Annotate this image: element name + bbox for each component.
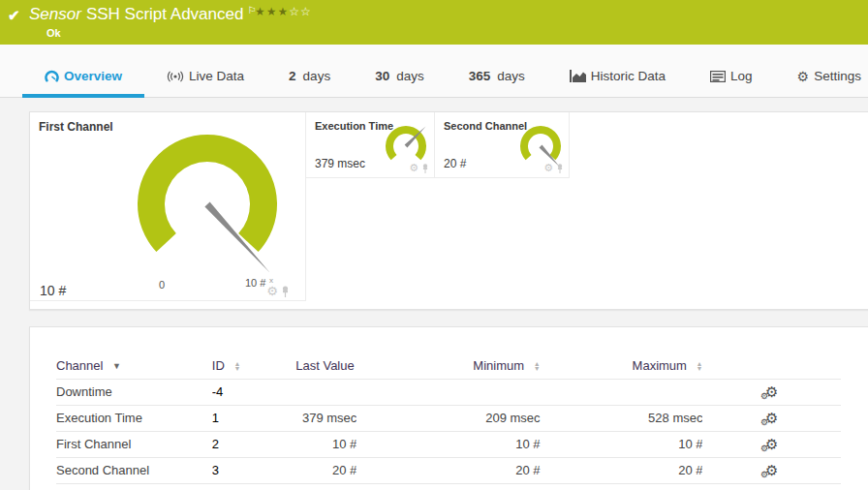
gear-icon[interactable]: ⚙ bbox=[409, 163, 418, 173]
overview-content: First Channel x 0 10 # 10 # ⚙ Execution … bbox=[0, 111, 868, 490]
tab-number: 365 bbox=[469, 69, 491, 83]
tab-number: 2 bbox=[289, 69, 296, 83]
channel-maximum: 20 # bbox=[541, 457, 703, 483]
sensor-status: Ok bbox=[46, 27, 61, 39]
tab-2-days[interactable]: 2 days bbox=[266, 69, 353, 98]
ok-check-icon: ✔ bbox=[8, 7, 20, 24]
priority-stars-empty: ☆☆ bbox=[289, 5, 312, 18]
gauge-value: 20 # bbox=[444, 157, 466, 170]
channel-name: Second Channel bbox=[56, 457, 212, 483]
channel-minimum: 20 # bbox=[356, 457, 540, 483]
column-header-maximum[interactable]: Maximum ▲▼ bbox=[541, 352, 703, 379]
gauge-scale-max: 10 # bbox=[245, 277, 265, 289]
gauge-actions: ⚙ bbox=[543, 163, 564, 173]
gauge-cell-second-channel[interactable]: Second Channel 20 # ⚙ bbox=[435, 112, 570, 178]
channel-minimum bbox=[356, 379, 540, 405]
tab-settings[interactable]: ⚙ Settings bbox=[775, 69, 868, 98]
sort-icon: ▲▼ bbox=[697, 361, 703, 371]
channel-maximum: 10 # bbox=[541, 431, 703, 457]
column-header-actions bbox=[702, 352, 841, 379]
gauge-title: First Channel bbox=[39, 120, 113, 134]
tab-log[interactable]: Log bbox=[688, 69, 775, 98]
table-row-execution-time[interactable]: Execution Time 1 379 msec 209 msec 528 m… bbox=[56, 405, 841, 431]
gauge-value: 379 msec bbox=[315, 157, 365, 170]
tab-label: Live Data bbox=[189, 69, 244, 83]
channel-maximum: 528 msec bbox=[541, 405, 703, 431]
column-header-label: Maximum bbox=[633, 358, 687, 373]
first-channel-gauge: x bbox=[125, 122, 290, 289]
tab-number: 30 bbox=[375, 69, 389, 83]
pin-icon[interactable] bbox=[421, 164, 429, 173]
channel-name: Execution Time bbox=[56, 405, 212, 431]
sort-icon: ▲▼ bbox=[233, 361, 240, 371]
channel-name: First Channel bbox=[56, 431, 212, 457]
table-header-row: Channel ▼ ID ▲▼ Last Value ▲▼ Minimum ▲▼ bbox=[56, 352, 841, 379]
priority-stars[interactable]: ★★★☆☆ bbox=[255, 5, 312, 18]
sensor-title: SensorSSH Script Advanced⚐ bbox=[29, 5, 256, 24]
gauge-cell-execution-time[interactable]: Execution Time 379 msec ⚙ bbox=[306, 112, 435, 178]
table-row-second-channel[interactable]: Second Channel 3 20 # 20 # 20 # ⚙⚙ bbox=[56, 457, 841, 483]
gauge-title: Execution Time bbox=[315, 120, 393, 132]
channels-table: Channel ▼ ID ▲▼ Last Value ▲▼ Minimum ▲▼ bbox=[56, 352, 841, 484]
tab-365-days[interactable]: 365 days bbox=[447, 69, 547, 98]
tab-label: days bbox=[497, 69, 525, 83]
column-header-minimum[interactable]: Minimum ▲▼ bbox=[356, 352, 540, 379]
tab-label: Log bbox=[730, 69, 753, 83]
column-header-label: Last Value bbox=[295, 358, 354, 373]
channel-settings-gears-icon[interactable]: ⚙⚙ bbox=[765, 411, 778, 425]
gauge-icon bbox=[45, 70, 59, 83]
channel-last-value: 379 msec bbox=[295, 405, 356, 431]
channel-last-value: 20 # bbox=[295, 457, 356, 483]
channel-settings-gears-icon[interactable]: ⚙⚙ bbox=[765, 463, 778, 477]
channel-settings-gears-icon[interactable]: ⚙⚙ bbox=[765, 384, 778, 399]
sort-desc-icon: ▼ bbox=[112, 361, 121, 371]
sensor-title-name: SSH Script Advanced bbox=[86, 5, 244, 23]
column-header-label: Channel bbox=[56, 358, 103, 373]
table-row-first-channel[interactable]: First Channel 2 10 # 10 # 10 # ⚙⚙ bbox=[56, 431, 841, 457]
tab-label: days bbox=[396, 69, 424, 83]
channel-maximum bbox=[541, 379, 703, 405]
tab-live-data[interactable]: Live Data bbox=[144, 69, 266, 98]
pin-icon[interactable] bbox=[556, 164, 564, 173]
gauge-cell-first-channel[interactable]: First Channel x 0 10 # 10 # ⚙ bbox=[30, 112, 306, 301]
log-icon bbox=[710, 71, 726, 82]
column-header-label: ID bbox=[212, 358, 225, 373]
channel-minimum: 209 msec bbox=[356, 405, 540, 431]
channel-last-value: 10 # bbox=[295, 431, 356, 457]
channel-id: 3 bbox=[212, 457, 295, 483]
gauge-actions: ⚙ bbox=[409, 163, 429, 173]
channel-id: 2 bbox=[212, 431, 295, 457]
channel-id: -4 bbox=[212, 379, 295, 405]
channel-name: Downtime bbox=[56, 379, 212, 405]
channels-table-panel: Channel ▼ ID ▲▼ Last Value ▲▼ Minimum ▲▼ bbox=[29, 326, 868, 490]
channel-last-value bbox=[295, 379, 356, 405]
sensor-title-prefix: Sensor bbox=[29, 5, 81, 23]
pin-icon[interactable] bbox=[281, 286, 290, 297]
sort-icon: ▲▼ bbox=[534, 361, 541, 371]
tab-label: Settings bbox=[814, 69, 861, 83]
tab-label: Historic Data bbox=[591, 69, 666, 83]
tab-historic-data[interactable]: Historic Data bbox=[547, 69, 688, 98]
tab-overview[interactable]: Overview bbox=[22, 69, 144, 98]
gauge-value: 10 # bbox=[40, 283, 66, 298]
column-header-channel[interactable]: Channel ▼ bbox=[56, 352, 212, 379]
column-header-id[interactable]: ID ▲▼ bbox=[212, 352, 295, 379]
table-row-downtime[interactable]: Downtime -4 ⚙⚙ bbox=[56, 379, 841, 405]
gear-icon[interactable]: ⚙ bbox=[266, 285, 278, 297]
channel-minimum: 10 # bbox=[356, 431, 540, 457]
tab-30-days[interactable]: 30 days bbox=[353, 69, 447, 98]
priority-stars-filled: ★★★ bbox=[255, 5, 289, 18]
tab-label: Overview bbox=[64, 69, 122, 83]
gauge-scale-min: 0 bbox=[159, 279, 165, 291]
sensor-header: ✔ SensorSSH Script Advanced⚐ ★★★☆☆ Ok bbox=[0, 0, 868, 45]
channel-id: 1 bbox=[212, 405, 295, 431]
tab-bar: Overview Live Data 2 days 30 days 365 da… bbox=[0, 45, 868, 98]
gear-icon: ⚙ bbox=[797, 70, 810, 83]
gauges-panel: First Channel x 0 10 # 10 # ⚙ Execution … bbox=[29, 111, 868, 310]
gear-icon[interactable]: ⚙ bbox=[543, 163, 553, 173]
historic-chart-icon bbox=[570, 70, 586, 82]
tab-label: days bbox=[303, 69, 331, 83]
channel-settings-gears-icon[interactable]: ⚙⚙ bbox=[765, 437, 778, 451]
column-header-last-value[interactable]: Last Value ▲▼ bbox=[295, 352, 356, 379]
gauge-actions: ⚙ bbox=[266, 285, 290, 297]
